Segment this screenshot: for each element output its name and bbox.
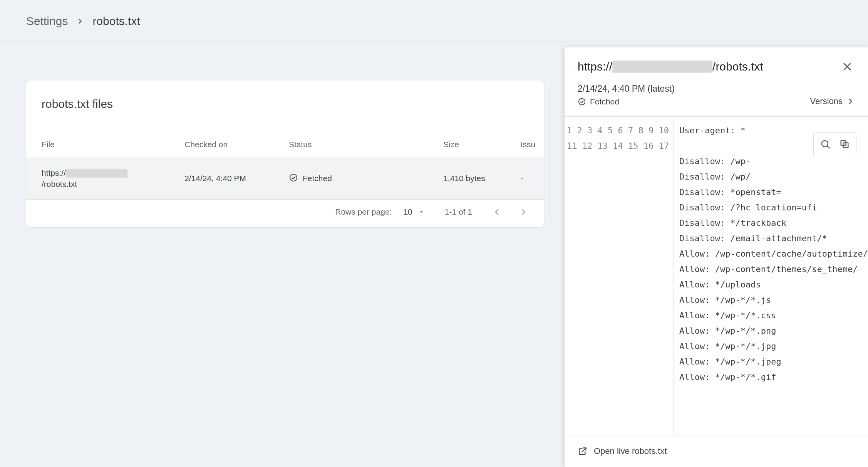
breadcrumb-current: robots.txt xyxy=(92,15,140,28)
col-header-file[interactable]: File xyxy=(26,134,177,158)
table-pager: Rows per page: 10 1-1 of 1 xyxy=(26,200,544,227)
col-header-status[interactable]: Status xyxy=(281,134,436,158)
pager-next[interactable] xyxy=(519,207,528,217)
chevron-right-icon xyxy=(519,207,528,217)
size-cell: 1,410 bytes xyxy=(436,158,513,200)
sidepanel-title: https:///robots.txt xyxy=(578,60,763,73)
table-row[interactable]: https:///robots.txt 2/14/24, 4:40 PM Fet… xyxy=(26,158,544,200)
col-header-checked[interactable]: Checked on xyxy=(177,134,281,158)
checked-on-cell: 2/14/24, 4:40 PM xyxy=(177,158,281,200)
close-button[interactable] xyxy=(840,59,855,74)
chevron-right-icon xyxy=(846,97,855,106)
robots-detail-sidepanel: https:///robots.txt 2/14/24, 4:40 PM (la… xyxy=(565,47,868,467)
search-button[interactable] xyxy=(818,136,833,152)
breadcrumb-root[interactable]: Settings xyxy=(26,15,68,28)
pager-range: 1-1 of 1 xyxy=(445,207,472,217)
robots-files-card: robots.txt files File Checked on Status … xyxy=(26,81,544,227)
status-label: Fetched xyxy=(303,174,332,183)
redacted-domain xyxy=(612,60,712,73)
svg-point-0 xyxy=(290,174,297,181)
copy-button[interactable] xyxy=(837,136,852,152)
files-table: File Checked on Status Size Issu https:/… xyxy=(26,134,544,200)
code-lines[interactable]: User-agent: * Disallow: /wp- Disallow: /… xyxy=(674,117,868,435)
code-viewer: 1 2 3 4 5 6 7 8 9 10 11 12 13 14 15 16 1… xyxy=(565,116,868,435)
col-header-size[interactable]: Size xyxy=(436,134,513,158)
breadcrumb: Settings robots.txt xyxy=(0,0,868,42)
caret-down-icon xyxy=(418,208,425,215)
search-icon xyxy=(820,139,831,150)
close-icon xyxy=(842,61,853,72)
sidepanel-timestamp: 2/14/24, 4:40 PM (latest) xyxy=(578,84,675,94)
col-header-issues[interactable]: Issu xyxy=(513,134,544,158)
svg-point-3 xyxy=(579,99,585,105)
chevron-left-icon xyxy=(492,207,501,217)
svg-line-5 xyxy=(827,146,829,148)
rows-per-page-select[interactable]: 10 xyxy=(403,207,424,217)
pager-prev[interactable] xyxy=(492,207,501,217)
open-in-new-icon xyxy=(578,446,588,456)
chevron-right-icon xyxy=(76,17,84,25)
card-title: robots.txt files xyxy=(26,81,544,134)
issues-cell: - xyxy=(513,158,544,200)
versions-button[interactable]: Versions xyxy=(810,96,855,106)
code-toolbar xyxy=(813,132,856,156)
line-gutter: 1 2 3 4 5 6 7 8 9 10 11 12 13 14 15 16 1… xyxy=(565,117,674,435)
rows-per-page-label: Rows per page: xyxy=(335,207,392,217)
check-circle-icon xyxy=(578,97,586,106)
copy-icon xyxy=(839,139,850,150)
status-cell: Fetched xyxy=(289,173,428,184)
check-circle-icon xyxy=(289,173,298,184)
open-live-robots-link[interactable]: Open live robots.txt xyxy=(565,435,868,467)
sidepanel-status: Fetched xyxy=(578,97,675,106)
redacted-domain xyxy=(66,169,127,178)
file-url: https:///robots.txt xyxy=(42,167,161,190)
